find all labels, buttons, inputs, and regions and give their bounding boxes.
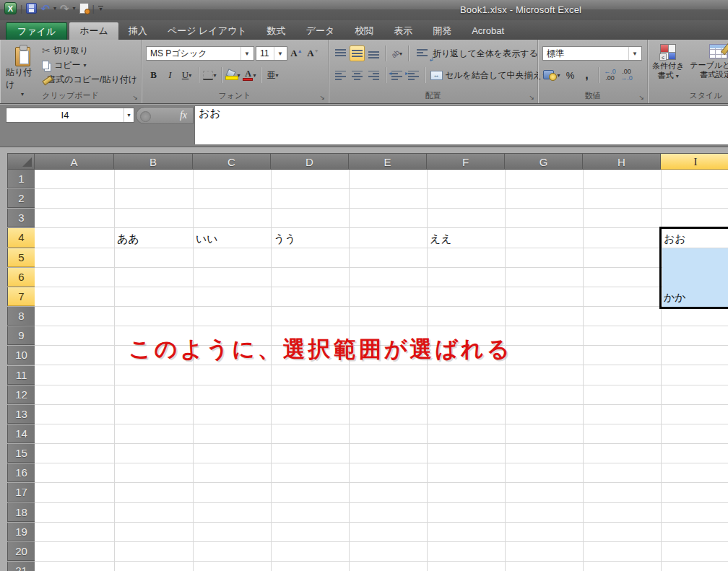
align-left-button[interactable] <box>333 67 348 83</box>
wrap-text-button[interactable]: ↲ <box>412 45 431 61</box>
insert-function-button[interactable]: fx <box>136 107 194 124</box>
shrink-font-button[interactable]: A▼ <box>306 45 321 61</box>
customize-quick-access-icon[interactable]: ▾ <box>98 6 103 11</box>
undo-dropdown-icon[interactable]: ▾ <box>53 5 56 12</box>
column-header-E[interactable]: E <box>349 153 427 170</box>
row-header-7[interactable]: 7 <box>7 287 35 306</box>
increase-indent-button[interactable]: ▸ <box>406 67 421 83</box>
formula-input[interactable]: おお <box>194 106 728 144</box>
row-header-11[interactable]: 11 <box>7 366 35 385</box>
phonetic-button[interactable]: 亜▾ <box>265 67 280 83</box>
align-middle-button[interactable] <box>350 45 365 61</box>
tab-データ[interactable]: データ <box>296 22 345 40</box>
align-center-button[interactable] <box>350 67 365 83</box>
tab-表示[interactable]: 表示 <box>384 22 422 40</box>
row-header-8[interactable]: 8 <box>7 307 35 326</box>
align-right-button[interactable] <box>366 67 381 83</box>
italic-button[interactable]: I <box>162 67 178 83</box>
font-color-button[interactable]: A▾ <box>242 67 257 83</box>
column-header-B[interactable]: B <box>114 153 193 170</box>
row-header-12[interactable]: 12 <box>7 385 35 404</box>
align-bottom-button[interactable] <box>366 45 381 61</box>
merge-center-label[interactable]: セルを結合して中央揃え <box>445 69 542 82</box>
row-header-4[interactable]: 4 <box>7 228 35 247</box>
column-header-A[interactable]: A <box>35 153 114 170</box>
row-header-13[interactable]: 13 <box>7 405 35 424</box>
tab-挿入[interactable]: 挿入 <box>118 22 157 40</box>
cut-button[interactable]: ✂ 切り取り <box>42 43 137 58</box>
orientation-button[interactable]: ab▾ <box>389 45 404 61</box>
row-header-9[interactable]: 9 <box>7 326 35 345</box>
tab-file[interactable]: ファイル <box>6 22 67 40</box>
print-preview-icon[interactable] <box>79 3 89 14</box>
sheet-canvas[interactable]: このように、選択範囲が選ばれる ああいいううええおおかか <box>35 170 728 571</box>
font-size-combo[interactable]: 11▼ <box>256 46 287 61</box>
save-icon[interactable] <box>26 3 37 14</box>
comma-style-button[interactable]: , <box>579 67 594 83</box>
row-header-18[interactable]: 18 <box>7 503 35 522</box>
grow-font-button[interactable]: A▲ <box>289 45 304 61</box>
increase-decimal-button[interactable]: ←.0.00 <box>602 67 618 83</box>
column-header-H[interactable]: H <box>583 153 661 170</box>
redo-dropdown-icon[interactable]: ▾ <box>73 5 76 12</box>
row-header-3[interactable]: 3 <box>7 209 35 227</box>
column-header-D[interactable]: D <box>271 153 349 170</box>
dialog-launcher-icon[interactable]: ↘ <box>319 95 325 101</box>
decrease-decimal-button[interactable]: .00→.0 <box>619 67 634 83</box>
tab-Acrobat[interactable]: Acrobat <box>462 22 514 40</box>
row-header-5[interactable]: 5 <box>7 248 35 267</box>
copy-dropdown-icon[interactable]: ▾ <box>84 62 87 69</box>
row-header-1[interactable]: 1 <box>7 170 35 188</box>
fill-color-button[interactable]: ▾ <box>225 67 240 83</box>
row-header-6[interactable]: 6 <box>7 268 35 287</box>
align-middle-icon <box>352 49 363 58</box>
underline-button[interactable]: U▾ <box>179 67 194 83</box>
excel-logo-icon[interactable]: X <box>4 2 17 14</box>
decrease-indent-button[interactable]: ◂ <box>389 67 404 83</box>
row-header-10[interactable]: 10 <box>7 346 35 365</box>
row-header-14[interactable]: 14 <box>7 424 35 443</box>
percent-style-button[interactable]: % <box>563 67 578 83</box>
column-header-C[interactable]: C <box>193 153 271 170</box>
column-header-F[interactable]: F <box>427 153 505 170</box>
redo-icon[interactable]: ↷ <box>60 3 69 14</box>
dialog-launcher-icon[interactable]: ↘ <box>638 95 644 101</box>
dialog-launcher-icon[interactable]: ↘ <box>529 95 534 101</box>
wrap-text-label[interactable]: 折り返して全体を表示する <box>433 48 538 60</box>
font-name-combo[interactable]: MS Pゴシック▼ <box>146 46 254 61</box>
copy-button[interactable]: コピー ▾ <box>42 58 137 72</box>
name-box-dropdown-icon[interactable]: ▼ <box>124 108 134 122</box>
tab-数式[interactable]: 数式 <box>257 22 296 40</box>
cell-C4[interactable]: いい <box>196 228 269 248</box>
conditional-formatting-button[interactable]: ≤ 条件付き 書式 ▾ <box>652 44 684 81</box>
row-header-15[interactable]: 15 <box>7 444 35 463</box>
tab-ページ レイアウト[interactable]: ページ レイアウト <box>157 22 257 40</box>
select-all-corner[interactable] <box>7 153 35 170</box>
cell-D4[interactable]: うう <box>274 228 347 248</box>
merge-center-button[interactable]: ↔ <box>429 67 443 83</box>
borders-button[interactable]: ▾ <box>202 67 217 83</box>
align-top-button[interactable] <box>333 45 348 61</box>
format-painter-button[interactable]: 書式のコピー/貼り付け <box>42 72 137 87</box>
bold-button[interactable]: B <box>146 67 161 83</box>
number-format-combo[interactable]: 標準▼ <box>542 46 642 61</box>
cell-F4[interactable]: ええ <box>430 228 503 248</box>
accounting-format-button[interactable]: ▾ <box>542 67 561 83</box>
name-box[interactable]: I4 ▼ <box>6 108 134 123</box>
column-header-I[interactable]: I <box>661 153 728 170</box>
undo-icon[interactable]: ↶ <box>40 3 50 14</box>
row-header-16[interactable]: 16 <box>7 463 35 482</box>
row-header-19[interactable]: 19 <box>7 523 35 541</box>
cell-B4[interactable]: ああ <box>117 228 191 248</box>
group-clipboard: 貼り付け ▾ ✂ 切り取り コピー ▾ 書式のコピー/貼り付け クリップボード … <box>0 40 142 103</box>
column-header-G[interactable]: G <box>505 153 583 170</box>
row-header-17[interactable]: 17 <box>7 483 35 502</box>
row-header-21[interactable]: 21 <box>7 562 35 571</box>
dialog-launcher-icon[interactable]: ↘ <box>132 95 138 101</box>
tab-校閲[interactable]: 校閲 <box>344 22 384 40</box>
tab-開発[interactable]: 開発 <box>422 22 462 40</box>
row-header-2[interactable]: 2 <box>7 189 35 208</box>
format-as-table-button[interactable]: テーブルとして 書式設定 ▾ <box>690 44 728 80</box>
row-header-20[interactable]: 20 <box>7 542 35 561</box>
tab-ホーム[interactable]: ホーム <box>69 22 118 40</box>
